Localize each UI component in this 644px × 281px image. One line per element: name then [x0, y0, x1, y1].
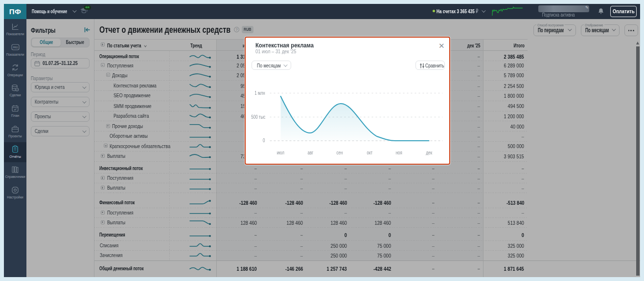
svg-text:PRO: PRO	[13, 46, 18, 48]
